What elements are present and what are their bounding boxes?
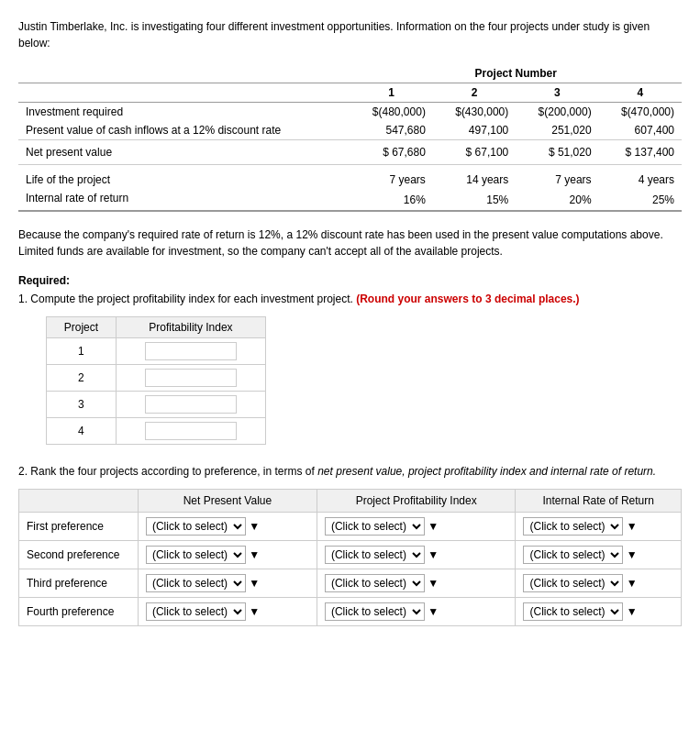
col-1-header: 1 bbox=[350, 83, 433, 103]
second-irr-cell[interactable]: (Click to select) 1 2 3 4 ▼ bbox=[516, 541, 682, 569]
table-row: Internal rate of return 16% 15% 20% 25% bbox=[18, 189, 682, 211]
project-number-header: Project Number bbox=[350, 64, 683, 83]
profitability-row-4: 4 bbox=[47, 418, 266, 445]
pv-3: 251,020 bbox=[516, 121, 598, 140]
profitability-row-3: 3 bbox=[47, 392, 266, 418]
chevron-down-icon: ▼ bbox=[249, 577, 260, 590]
project-num-4: 4 bbox=[47, 418, 117, 445]
ranking-row-second: Second preference (Click to select) 1 2 … bbox=[19, 541, 682, 569]
life-2: 14 years bbox=[433, 171, 516, 189]
second-npv-select[interactable]: (Click to select) 1 2 3 4 bbox=[146, 546, 246, 564]
second-irr-select[interactable]: (Click to select) 1 2 3 4 bbox=[523, 546, 623, 564]
irr-label: Internal rate of return bbox=[18, 189, 350, 211]
q2-terms: net present value, project profitability… bbox=[317, 465, 656, 478]
irr-1: 16% bbox=[350, 189, 433, 211]
chevron-down-icon: ▼ bbox=[627, 548, 638, 561]
chevron-down-icon: ▼ bbox=[249, 520, 260, 533]
description-text: Because the company's required rate of r… bbox=[18, 226, 682, 260]
ranking-header-npv: Net Present Value bbox=[138, 490, 317, 513]
third-irr-select[interactable]: (Click to select) 1 2 3 4 bbox=[523, 574, 623, 592]
chevron-down-icon: ▼ bbox=[249, 548, 260, 561]
ranking-table: Net Present Value Project Profitability … bbox=[18, 489, 682, 626]
required-section: Required: 1. Compute the project profita… bbox=[18, 274, 682, 626]
life-1: 7 years bbox=[350, 171, 433, 189]
chevron-down-icon: ▼ bbox=[627, 520, 638, 533]
q1-bold-text: (Round your answers to 3 decimal places.… bbox=[356, 293, 579, 305]
chevron-down-icon: ▼ bbox=[428, 577, 439, 590]
question-2-text: 2. Rank the four projects according to p… bbox=[18, 463, 682, 480]
pv-4: 607,400 bbox=[599, 121, 682, 140]
table-row: Net present value $ 67,680 $ 67,100 $ 51… bbox=[18, 140, 682, 165]
first-npv-select[interactable]: (Click to select) 1 2 3 4 bbox=[146, 517, 246, 536]
fourth-irr-cell[interactable]: (Click to select) 1 2 3 4 ▼ bbox=[516, 598, 682, 626]
first-irr-cell[interactable]: (Click to select) 1 2 3 4 ▼ bbox=[516, 513, 682, 541]
col-3-header: 3 bbox=[516, 83, 598, 103]
life-4: 4 years bbox=[599, 171, 682, 189]
ranking-header-irr: Internal Rate of Return bbox=[516, 490, 682, 513]
profitability-input-3[interactable] bbox=[145, 395, 237, 414]
third-npv-select[interactable]: (Click to select) 1 2 3 4 bbox=[146, 574, 246, 592]
intro-text: Justin Timberlake, Inc. is investigating… bbox=[18, 18, 682, 51]
irr-2: 15% bbox=[433, 189, 516, 211]
chevron-down-icon: ▼ bbox=[627, 577, 638, 590]
life-label: Life of the project bbox=[18, 171, 350, 189]
fourth-ppi-select[interactable]: (Click to select) 1 2 3 4 bbox=[325, 602, 425, 621]
first-npv-cell[interactable]: (Click to select) 1 2 3 4 ▼ bbox=[138, 513, 317, 541]
profitability-input-1-cell[interactable] bbox=[116, 338, 265, 365]
third-ppi-cell[interactable]: (Click to select) 1 2 3 4 ▼ bbox=[317, 569, 516, 598]
irr-4: 25% bbox=[599, 189, 682, 211]
first-pref-label: First preference bbox=[19, 513, 139, 541]
first-ppi-select[interactable]: (Click to select) 1 2 3 4 bbox=[325, 517, 425, 536]
inv-1: $(480,000) bbox=[350, 103, 433, 122]
ranking-row-first: First preference (Click to select) 1 2 3… bbox=[19, 513, 682, 541]
profitability-input-3-cell[interactable] bbox=[116, 392, 265, 418]
irr-3: 20% bbox=[516, 189, 598, 211]
inv-3: $(200,000) bbox=[516, 103, 598, 122]
profitability-input-4-cell[interactable] bbox=[116, 418, 265, 445]
npv-label: Net present value bbox=[18, 140, 350, 165]
project-num-1: 1 bbox=[47, 338, 117, 365]
q1-text: Compute the project profitability index … bbox=[30, 293, 356, 305]
fourth-npv-select[interactable]: (Click to select) 1 2 3 4 bbox=[146, 602, 246, 621]
pv-2: 497,100 bbox=[433, 121, 516, 140]
fourth-irr-select[interactable]: (Click to select) 1 2 3 4 bbox=[523, 602, 623, 621]
npv-1: $ 67,680 bbox=[350, 140, 433, 165]
table-row: Life of the project 7 years 14 years 7 y… bbox=[18, 171, 682, 189]
q2-number: 2. bbox=[18, 465, 28, 478]
ranking-header-blank bbox=[19, 490, 139, 513]
inv-4: $(470,000) bbox=[599, 103, 682, 122]
second-npv-cell[interactable]: (Click to select) 1 2 3 4 ▼ bbox=[138, 541, 317, 569]
fourth-pref-label: Fourth preference bbox=[19, 598, 139, 626]
chevron-down-icon: ▼ bbox=[249, 605, 260, 618]
second-ppi-select[interactable]: (Click to select) 1 2 3 4 bbox=[325, 546, 425, 564]
npv-4: $ 137,400 bbox=[599, 140, 682, 165]
project-num-3: 3 bbox=[47, 392, 117, 418]
profitability-col2-header: Profitability Index bbox=[116, 317, 265, 338]
q2-text: Rank the four projects according to pref… bbox=[30, 465, 317, 478]
third-pref-label: Third preference bbox=[19, 569, 139, 598]
third-npv-cell[interactable]: (Click to select) 1 2 3 4 ▼ bbox=[138, 569, 317, 598]
profitability-input-2-cell[interactable] bbox=[116, 365, 265, 392]
q1-number: 1. bbox=[18, 293, 28, 305]
first-ppi-cell[interactable]: (Click to select) 1 2 3 4 ▼ bbox=[317, 513, 516, 541]
third-irr-cell[interactable]: (Click to select) 1 2 3 4 ▼ bbox=[516, 569, 682, 598]
fourth-ppi-cell[interactable]: (Click to select) 1 2 3 4 ▼ bbox=[317, 598, 516, 626]
fourth-npv-cell[interactable]: (Click to select) 1 2 3 4 ▼ bbox=[138, 598, 317, 626]
row-label: Present value of cash inflows at a 12% d… bbox=[18, 121, 350, 140]
profitability-table: Project Profitability Index 1 2 3 bbox=[46, 316, 266, 445]
second-ppi-cell[interactable]: (Click to select) 1 2 3 4 ▼ bbox=[317, 541, 516, 569]
ranking-header-ppi: Project Profitability Index bbox=[317, 490, 516, 513]
profitability-input-1[interactable] bbox=[145, 342, 237, 360]
second-pref-label: Second preference bbox=[19, 541, 139, 569]
inv-2: $(430,000) bbox=[433, 103, 516, 122]
profitability-input-2[interactable] bbox=[145, 369, 237, 387]
row-label: Investment required bbox=[18, 103, 350, 122]
ranking-row-third: Third preference (Click to select) 1 2 3… bbox=[19, 569, 682, 598]
profitability-row-1: 1 bbox=[47, 338, 266, 365]
third-ppi-select[interactable]: (Click to select) 1 2 3 4 bbox=[325, 574, 425, 592]
required-label: Required: bbox=[18, 274, 682, 287]
chevron-down-icon: ▼ bbox=[428, 520, 439, 533]
profitability-input-4[interactable] bbox=[145, 422, 237, 440]
first-irr-select[interactable]: (Click to select) 1 2 3 4 bbox=[523, 517, 623, 536]
table-row: Present value of cash inflows at a 12% d… bbox=[18, 121, 682, 140]
